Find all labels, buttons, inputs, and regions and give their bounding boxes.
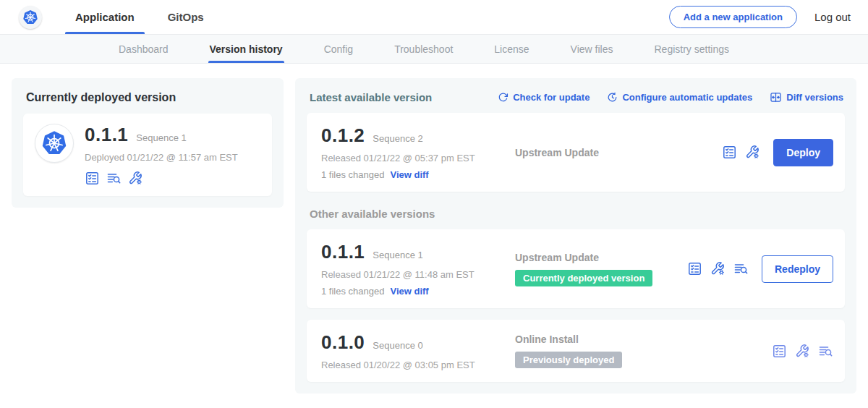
deployed-sequence-label: Sequence 1 — [136, 132, 186, 143]
kubernetes-app-icon — [35, 124, 74, 163]
latest-available-title: Latest available version — [310, 91, 432, 103]
subnav-item-license[interactable]: License — [494, 35, 529, 63]
deploy-button[interactable]: Deploy — [773, 139, 833, 166]
version-source-label: Online Install — [515, 333, 772, 345]
deployed-version-number: 0.1.1 — [85, 124, 128, 146]
clock-refresh-icon — [607, 92, 618, 103]
redeploy-button[interactable]: Redeploy — [762, 255, 833, 283]
edit-config-icon[interactable] — [710, 261, 726, 276]
view-logs-icon[interactable] — [818, 344, 833, 359]
release-notes-icon[interactable] — [772, 344, 787, 359]
subnav-item-troubleshoot[interactable]: Troubleshoot — [394, 35, 453, 63]
deployed-version-card: 0.1.1 Sequence 1 Deployed 01/21/22 @ 11:… — [23, 114, 272, 196]
subnav-item-config[interactable]: Config — [324, 35, 353, 63]
previously-deployed-badge: Previously deployed — [515, 352, 622, 368]
other-available-versions-title: Other available versions — [310, 208, 843, 220]
released-timestamp: Released 01/20/22 @ 03:05 pm EST — [321, 360, 503, 370]
version-source-label: Upstream Update — [515, 252, 687, 263]
version-source-label: Upstream Update — [515, 147, 722, 158]
add-new-application-button[interactable]: Add a new application — [669, 6, 797, 28]
version-number: 0.1.1 — [321, 241, 365, 263]
diff-versions-label: Diff versions — [786, 92, 843, 103]
view-logs-icon[interactable] — [106, 171, 122, 186]
configure-automatic-updates-link[interactable]: Configure automatic updates — [607, 92, 752, 103]
main-content: Currently deployed version 0.1.1 Sequenc… — [0, 64, 868, 408]
configure-automatic-updates-label: Configure automatic updates — [622, 92, 752, 103]
currently-deployed-title: Currently deployed version — [26, 91, 272, 104]
released-timestamp: Released 01/21/22 @ 05:37 pm EST — [321, 153, 503, 163]
edit-config-icon[interactable] — [128, 171, 143, 186]
release-notes-icon[interactable] — [687, 261, 702, 276]
tab-gitops[interactable]: GitOps — [156, 0, 216, 34]
files-changed-label: 1 files changed — [321, 286, 384, 297]
sequence-label: Sequence 0 — [373, 340, 422, 351]
deployed-timestamp: Deployed 01/21/22 @ 11:57 am EST — [85, 152, 238, 163]
check-for-update-link[interactable]: Check for update — [498, 92, 590, 103]
version-card-0-1-2: 0.1.2 Sequence 2 Released 01/21/22 @ 05:… — [307, 113, 845, 192]
release-notes-icon[interactable] — [722, 145, 737, 160]
edit-config-icon[interactable] — [745, 145, 760, 160]
subnav-item-registry-settings[interactable]: Registry settings — [654, 35, 728, 63]
logout-button[interactable]: Log out — [814, 11, 851, 23]
view-diff-link[interactable]: View diff — [390, 169, 428, 180]
version-card-0-1-0: 0.1.0 Sequence 0 Released 01/20/22 @ 03:… — [307, 320, 845, 382]
sequence-label: Sequence 2 — [373, 133, 422, 144]
release-notes-icon[interactable] — [85, 171, 100, 186]
tab-application[interactable]: Application — [64, 0, 146, 34]
released-timestamp: Released 01/21/22 @ 11:48 am EST — [321, 269, 503, 280]
diff-icon — [770, 91, 782, 103]
sequence-label: Sequence 1 — [373, 250, 422, 260]
edit-config-icon[interactable] — [795, 344, 810, 359]
subnav-item-view-files[interactable]: View files — [571, 35, 613, 63]
version-number: 0.1.2 — [321, 124, 365, 147]
currently-deployed-badge: Currently deployed version — [515, 270, 652, 286]
view-diff-link[interactable]: View diff — [390, 286, 428, 297]
subnav-item-version-history[interactable]: Version history — [210, 35, 283, 63]
kubernetes-logo — [19, 6, 42, 29]
version-history-panel: Latest available version Check for updat… — [295, 78, 856, 394]
refresh-icon — [498, 92, 509, 103]
view-logs-icon[interactable] — [733, 261, 749, 276]
app-sub-nav: Dashboard Version history Config Trouble… — [0, 34, 868, 64]
files-changed-label: 1 files changed — [321, 169, 384, 180]
check-for-update-label: Check for update — [513, 92, 590, 103]
top-tabs: Application GitOps — [64, 0, 226, 34]
subnav-item-dashboard[interactable]: Dashboard — [119, 35, 169, 63]
currently-deployed-panel: Currently deployed version 0.1.1 Sequenc… — [12, 78, 284, 208]
top-nav: Application GitOps Add a new application… — [0, 0, 868, 34]
version-number: 0.1.0 — [321, 331, 365, 354]
diff-versions-link[interactable]: Diff versions — [770, 91, 843, 103]
version-card-0-1-1: 0.1.1 Sequence 1 Released 01/21/22 @ 11:… — [307, 229, 845, 308]
